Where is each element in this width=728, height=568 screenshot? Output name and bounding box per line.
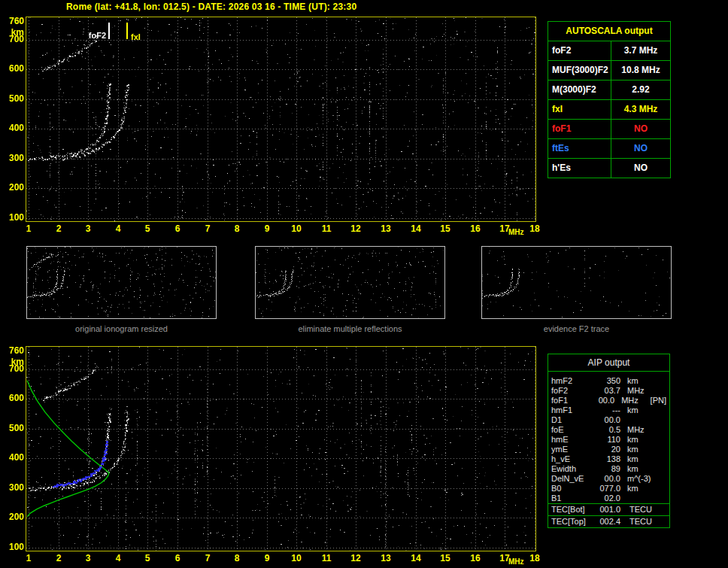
aip-param-value: 03.7 (595, 386, 620, 396)
x-tick-label: 6 (169, 224, 186, 233)
x-tick-label: 1 (20, 554, 37, 563)
x-tick-label: 12 (347, 224, 364, 233)
aip-param-label: Ewidth (551, 464, 595, 474)
aip-table-body: hmF2 350 km foF2 03.7 MHz foF1 00.0 MHz … (548, 372, 670, 528)
aip-param-label: TEC[Top] (551, 516, 596, 527)
aip-param-note (659, 415, 666, 425)
aip-param-note (659, 484, 666, 494)
thumbnail-canvas (256, 247, 444, 318)
aip-row: foF2 03.7 MHz (548, 386, 669, 396)
autoscala-param-label: fxI (548, 100, 611, 119)
x-tick-label: 8 (229, 224, 245, 233)
aip-param-unit: km (620, 445, 659, 454)
y-tick-label: 100 (5, 542, 24, 551)
aip-row: DelN_vE 00.0 m^(-3) (548, 474, 669, 484)
x-tick-label: 14 (408, 554, 424, 563)
aip-param-value: 00.0 (595, 415, 620, 425)
aip-row: B1 02.0 (548, 494, 669, 503)
aip-row: D1 00.0 (548, 415, 669, 425)
y-tick-label: 760 (5, 17, 24, 26)
y-tick-label: 200 (5, 512, 24, 521)
aip-param-value: 001.0 (596, 504, 620, 515)
aip-param-value: 138 (595, 454, 620, 464)
x-tick-label: 2 (50, 224, 67, 233)
aip-tec-row: TEC[Top] 002.4 TECU (548, 515, 669, 527)
x-tick-label: 12 (347, 554, 364, 563)
aip-param-note (659, 494, 666, 503)
aip-param-unit (620, 494, 659, 503)
y-tick-label: 400 (5, 453, 24, 462)
table-row: h'Es NO (548, 158, 670, 178)
aip-param-label: TEC[Bot] (551, 504, 596, 515)
autoscala-param-value: NO (611, 139, 670, 158)
autoscala-param-label: foF1 (548, 120, 611, 138)
autoscala-output-table: AUTOSCALA output foF2 3.7 MHz MUF(3000)F… (548, 21, 671, 178)
x-tick-label: 13 (378, 554, 394, 563)
y-tick-label: 500 (5, 94, 24, 103)
x-tick-label: 14 (408, 224, 424, 233)
aip-row: foF1 00.0 MHz [PN] (548, 396, 669, 405)
aip-tec-row: TEC[Bot] 001.0 TECU (548, 503, 669, 515)
aip-param-note (659, 386, 666, 396)
thumbnail-canvas (27, 247, 216, 318)
page-title: Rome (lat: +41.8, lon: 012.5) - DATE: 20… (66, 2, 356, 12)
aip-param-value: 00.0 (591, 396, 614, 405)
x-tick-label: 18 (526, 224, 543, 233)
x-tick-label: 10 (288, 224, 305, 233)
x-tick-label: 10 (288, 554, 305, 563)
aip-param-label: hmE (551, 435, 595, 445)
autoscala-param-value: NO (611, 120, 670, 138)
x-tick-label: 16 (467, 224, 484, 233)
table-row: MUF(3000)F2 10.8 MHz (548, 60, 670, 80)
aip-param-label: ymE (551, 445, 595, 454)
x-tick-label: 9 (259, 554, 275, 563)
autoscala-param-value: NO (611, 159, 670, 178)
y-tick-label: 100 (5, 213, 24, 222)
x-axis-unit-label: MHz (508, 558, 524, 566)
y-tick-label: 600 (5, 64, 24, 73)
autoscala-table-header: AUTOSCALA output (548, 22, 670, 41)
aip-param-unit: TECU (620, 516, 652, 527)
x-tick-label: 1 (20, 224, 37, 233)
x-tick-label: 2 (50, 554, 67, 563)
x-tick-label: 7 (199, 554, 216, 563)
aip-row: hmF1 --- km (548, 405, 669, 415)
ionogram-plot-top: 760700600500400300200100km12345678910111… (5, 17, 546, 242)
autoscala-param-value: 4.3 MHz (611, 100, 670, 119)
thumbnail-caption: evidence F2 trace (481, 324, 672, 333)
y-tick-label: 300 (5, 153, 24, 163)
aip-row: B0 077.0 km (548, 484, 669, 494)
table-row: fxI 4.3 MHz (548, 99, 670, 119)
autoscala-param-label: ftEs (548, 139, 611, 158)
aip-param-unit: km (620, 484, 659, 494)
aip-row: ymE 20 km (548, 445, 669, 454)
aip-param-label: D1 (551, 415, 595, 425)
ionogram-canvas-bottom (26, 346, 536, 551)
x-tick-label: 11 (318, 554, 335, 563)
aip-param-label: foE (551, 425, 595, 435)
x-tick-label: 5 (139, 224, 156, 233)
aip-param-label: foF2 (551, 386, 595, 396)
autoscala-param-value: 10.8 MHz (611, 61, 670, 80)
x-tick-label: 15 (437, 224, 453, 233)
aip-param-note (659, 474, 666, 484)
x-tick-label: 16 (467, 554, 484, 563)
x-tick-label: 7 (199, 224, 216, 233)
autoscala-param-label: MUF(3000)F2 (548, 61, 611, 80)
x-tick-label: 15 (437, 554, 453, 563)
autoscala-screen: Rome (lat: +41.8, lon: 012.5) - DATE: 20… (0, 0, 728, 568)
aip-param-note (659, 454, 666, 464)
x-tick-label: 4 (110, 554, 126, 563)
aip-param-label: hmF1 (551, 405, 595, 415)
aip-param-unit: km (620, 376, 659, 386)
aip-param-note (659, 425, 666, 435)
aip-param-value: 002.4 (596, 516, 620, 527)
ionogram-plot-bottom: 760700600500400300200100km12345678910111… (5, 346, 546, 568)
aip-row: h_vE 138 km (548, 454, 669, 464)
thumbnail-caption: original ionogram resized (26, 324, 217, 333)
thumbnail-canvas (482, 247, 671, 318)
autoscala-param-value: 3.7 MHz (611, 41, 670, 60)
aip-param-unit: m^(-3) (620, 474, 659, 484)
thumbnail-original-ionogram (26, 246, 217, 319)
x-tick-label: 4 (110, 224, 126, 233)
